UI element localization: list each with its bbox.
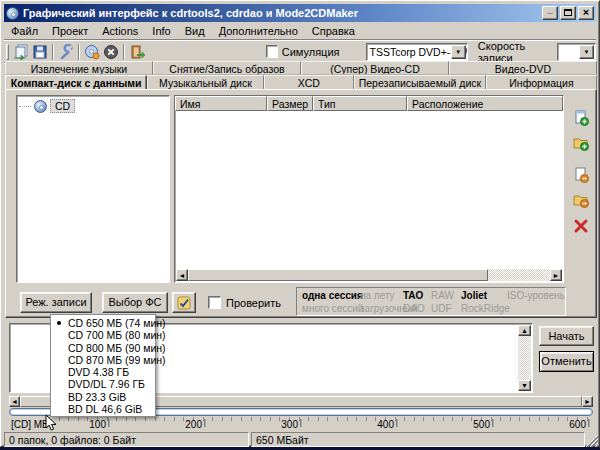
exit-button[interactable] — [128, 42, 146, 62]
menu-extra[interactable]: Дополнительно — [212, 23, 305, 39]
menu-item-cd870[interactable]: CD 870 МБ (99 мин) — [51, 354, 155, 366]
scroll-right-icon[interactable]: ► — [582, 396, 593, 407]
toolbar-separator — [123, 44, 125, 60]
hscroll-track[interactable] — [488, 269, 550, 281]
scale-tick-300: 300 — [281, 419, 298, 430]
scale-unit-label: [CD] МБ — [11, 419, 49, 430]
menu-item-bd-dl[interactable]: BD DL 46,6 GiB — [51, 403, 155, 415]
burn-flags-panel: одна сессия на лету TAO RAW Joliet ISO-у… — [296, 287, 566, 316]
cancel-button[interactable]: Отменить — [539, 351, 594, 372]
flag-tao: TAO — [403, 290, 423, 301]
tab-video-dvd[interactable]: Видео-DVD — [449, 61, 597, 75]
menu-item-bd[interactable]: BD 23.3 GiB — [51, 391, 155, 403]
scroll-right-icon[interactable]: ► — [550, 269, 562, 281]
title-bar[interactable]: Графический интерфейс к cdrtools2, cdrda… — [4, 4, 596, 22]
flag-iso-level: ISO-уровень — [507, 290, 565, 301]
flag-udf: UDF — [431, 303, 452, 314]
menu-item-dvd-dl[interactable]: DVD/DL 7.96 ГБ — [51, 378, 155, 390]
tab-information[interactable]: Информация — [486, 75, 597, 90]
scale-tick-500: 500 — [473, 419, 490, 430]
load-project-button[interactable] — [12, 42, 30, 62]
file-list[interactable]: Имя Размер Тип Расположение ◄ ► — [174, 95, 564, 283]
add-folder-button[interactable] — [570, 133, 592, 153]
maximize-button[interactable] — [560, 6, 576, 20]
chevron-down-icon[interactable]: ▼ — [451, 45, 466, 59]
simulation-label: Симуляция — [282, 46, 340, 58]
scroll-up-icon[interactable]: ▲ — [518, 325, 531, 336]
menu-view[interactable]: Вид — [178, 23, 212, 39]
menu-info[interactable]: Info — [145, 23, 177, 39]
rec-mode-button[interactable]: Реж. записи — [20, 292, 92, 313]
tree-node-cd[interactable]: CD — [50, 99, 75, 113]
flag-on-the-fly: на лету — [360, 290, 395, 301]
tab-rewritable-disc[interactable]: Перезаписываемый диск — [354, 75, 486, 90]
file-list-hscrollbar[interactable]: ◄ ► — [176, 269, 562, 281]
project-tree[interactable]: CD — [16, 95, 170, 283]
scroll-left-icon[interactable]: ◄ — [9, 396, 20, 407]
add-folder-icon — [573, 135, 589, 151]
close-button[interactable]: × — [578, 6, 594, 20]
menu-item-dvd[interactable]: DVD 4.38 ГБ — [51, 366, 155, 378]
scroll-left-icon[interactable]: ◄ — [176, 269, 188, 281]
save-project-icon — [32, 44, 48, 60]
delete-all-button[interactable] — [570, 216, 592, 236]
data-disc-page: CD Имя Размер Тип Расположение ◄ ► — [5, 89, 597, 318]
menu-file[interactable]: Файл — [4, 23, 45, 39]
column-location[interactable]: Расположение — [407, 96, 563, 111]
tab-audio-extract[interactable]: Извлечение музыки — [5, 61, 153, 75]
menu-help[interactable]: Справка — [305, 23, 362, 39]
tab-xcd[interactable]: XCD — [264, 75, 354, 90]
toolbar-separator — [52, 44, 54, 60]
verify-label: Проверить — [226, 297, 281, 309]
capacity-popup-menu: CD 650 МБ (74 мин) CD 700 МБ (80 мин) CD… — [50, 314, 156, 417]
flag-dao: DAO — [403, 303, 425, 314]
device-combobox[interactable]: TSSTcorp DVD+-RW TS-L63 ▼ — [366, 43, 468, 61]
fs-select-button[interactable]: Выбор ФС — [102, 292, 168, 313]
toolbar-grip[interactable] — [6, 44, 9, 60]
cancel-burn-button[interactable] — [102, 42, 120, 62]
tab-super-video-cd[interactable]: (Супер) Видео-CD — [301, 61, 449, 75]
menu-item-cd800[interactable]: CD 800 МБ (90 мин) — [51, 342, 155, 354]
stop-icon — [103, 44, 119, 60]
scroll-down-icon[interactable]: ▼ — [518, 380, 531, 391]
remove-folder-button[interactable] — [570, 190, 592, 210]
scale-tick-600: 600 — [569, 419, 586, 430]
tab-audio-disc[interactable]: Музыкальный диск — [147, 75, 263, 90]
verify-checkbox[interactable] — [208, 296, 221, 309]
tab-row-secondary: Извлечение музыки Снятие/Запись образов … — [5, 61, 597, 75]
menu-actions[interactable]: Actions — [95, 23, 145, 39]
tab-data-disc[interactable]: Компакт-диск с данными — [5, 75, 147, 90]
settings-button[interactable] — [57, 42, 75, 62]
remove-file-button[interactable] — [570, 165, 592, 185]
maximize-glyph — [564, 9, 572, 16]
chevron-down-icon[interactable]: ▼ — [579, 45, 594, 59]
window-title: Графический интерфейс к cdrtools2, cdrda… — [23, 7, 540, 19]
menu-item-cd700[interactable]: CD 700 МБ (80 мин) — [51, 329, 155, 341]
scale-tick-100: 100 — [89, 419, 106, 430]
simulation-checkbox[interactable] — [266, 45, 277, 58]
capacity-scale: [CD] МБ 100 200 300 400 500 600 — [9, 417, 593, 431]
remove-folder-icon — [573, 192, 589, 208]
radio-dot-icon — [57, 321, 61, 325]
statusbar-capacity-info: 650 МБайт — [251, 432, 585, 447]
start-button[interactable]: Начать — [539, 326, 594, 346]
resize-grip[interactable] — [585, 434, 598, 447]
flag-raw: RAW — [431, 290, 454, 301]
fs-check-button[interactable] — [172, 292, 196, 313]
column-name[interactable]: Имя — [175, 96, 267, 111]
statusbar-items-info: 0 папок, 0 файлов: 0 Байт — [4, 432, 249, 447]
menu-item-cd650[interactable]: CD 650 МБ (74 мин) — [51, 317, 155, 329]
log-vscrollbar[interactable]: ▲ ▼ — [518, 325, 531, 391]
menu-project[interactable]: Проект — [45, 23, 95, 39]
save-project-button[interactable] — [30, 42, 48, 62]
flag-multi-session: много сессий — [302, 303, 363, 314]
minimize-button[interactable]: _ — [542, 6, 558, 20]
column-type[interactable]: Тип — [313, 96, 407, 111]
speed-combobox[interactable]: ▼ — [557, 43, 596, 61]
burn-button[interactable] — [83, 42, 101, 62]
vscroll-track[interactable] — [518, 336, 531, 380]
add-file-button[interactable] — [570, 108, 592, 128]
column-size[interactable]: Размер — [267, 96, 313, 111]
tab-image-readwrite[interactable]: Снятие/Запись образов — [153, 61, 301, 75]
hscroll-thumb[interactable] — [188, 269, 488, 281]
